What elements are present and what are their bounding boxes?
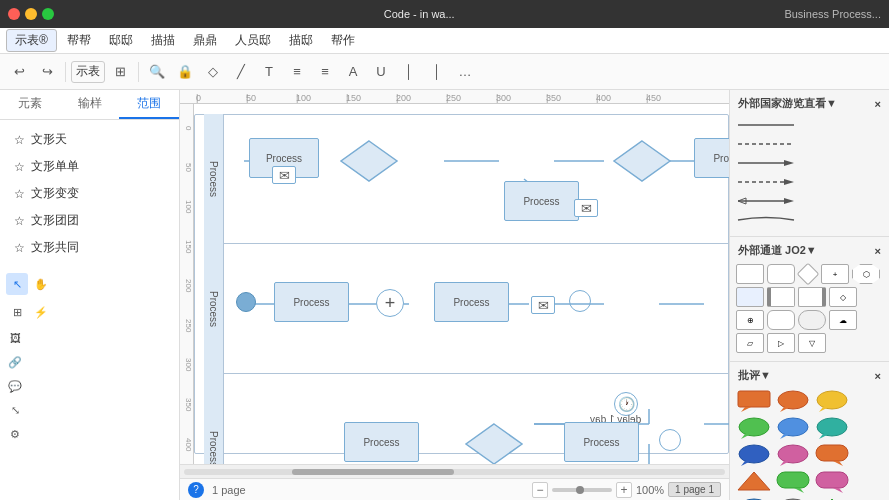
shape-lane1-envelope2[interactable]: ✉ — [574, 199, 598, 217]
callout-1[interactable] — [736, 389, 772, 413]
tool-image[interactable]: 🖼 — [4, 327, 26, 349]
rp-line-6[interactable] — [736, 212, 796, 228]
zoom-out-button[interactable]: − — [532, 482, 548, 498]
shape-lane3-end-circle[interactable] — [659, 429, 681, 451]
shape-lane1-process3[interactable]: Process — [694, 138, 729, 178]
menu-item-2[interactable]: 帮帮 — [59, 30, 99, 51]
rp-shape-14[interactable]: ▷ — [767, 333, 795, 353]
rp-shape-6[interactable] — [767, 287, 795, 307]
tool-conn[interactable]: ⚡ — [30, 301, 52, 323]
rp-section-header-shapes[interactable]: 外部通道 JO2▼ × — [734, 241, 885, 260]
zoom-in-button[interactable]: + — [616, 482, 632, 498]
text-button[interactable]: T — [256, 59, 282, 85]
callout-7[interactable] — [736, 443, 772, 467]
tool-expand[interactable]: ⤡ — [4, 399, 26, 421]
shape-lane1-envelope1[interactable]: ✉ — [272, 166, 296, 184]
callout-9[interactable] — [814, 443, 850, 467]
page-indicator[interactable]: 1 page 1 — [668, 482, 721, 497]
sidebar-item-5[interactable]: ☆ 文形共同 — [0, 234, 179, 261]
rp-shape-rect-r[interactable] — [767, 264, 795, 284]
shape-lane3-process2[interactable]: Process — [564, 422, 639, 462]
rp-line-3[interactable] — [736, 155, 796, 171]
callout-6[interactable] — [814, 416, 850, 440]
shape-lane1-diamond2[interactable] — [612, 139, 672, 183]
menu-item-5[interactable]: 鼎鼎 — [185, 30, 225, 51]
align-left[interactable]: ≡ — [284, 59, 310, 85]
rp-shape-10[interactable] — [767, 310, 795, 330]
callout-8[interactable] — [775, 443, 811, 467]
rp-shape-11[interactable] — [798, 310, 826, 330]
menu-item-3[interactable]: 邸邸 — [101, 30, 141, 51]
sidebar-item-1[interactable]: ☆ 文形天 — [0, 126, 179, 153]
rp-shape-diamond[interactable] — [797, 263, 820, 286]
shape-lane2-process1[interactable]: Process — [274, 282, 349, 322]
rp-shape-7[interactable] — [798, 287, 826, 307]
maximize-button[interactable] — [42, 8, 54, 20]
font-button[interactable]: U — [368, 59, 394, 85]
menu-item-6[interactable]: 人员邸 — [227, 30, 279, 51]
underline-button[interactable]: │ — [424, 59, 450, 85]
lock-button[interactable]: 🔒 — [172, 59, 198, 85]
rp-section-header-callouts[interactable]: 批评▼ × — [734, 366, 885, 385]
align-right[interactable]: A — [340, 59, 366, 85]
sidebar-item-4[interactable]: ☆ 文形团团 — [0, 207, 179, 234]
callout-11[interactable] — [775, 470, 811, 494]
rp-shape-5[interactable] — [736, 287, 764, 307]
tool-pointer[interactable]: ↖ — [6, 273, 28, 295]
search-button[interactable]: 🔍 — [144, 59, 170, 85]
redo-button[interactable]: ↪ — [34, 59, 60, 85]
close-icon-3[interactable]: × — [875, 370, 881, 382]
tool-comment[interactable]: 💬 — [4, 375, 26, 397]
zoom-view-label[interactable]: 示表 — [71, 61, 105, 83]
menu-item-8[interactable]: 帮作 — [323, 30, 363, 51]
more-button[interactable]: … — [452, 59, 478, 85]
rp-shape-13[interactable]: ▱ — [736, 333, 764, 353]
sidebar-item-2[interactable]: ☆ 文形单单 — [0, 153, 179, 180]
menu-item-4[interactable]: 描描 — [143, 30, 183, 51]
rp-shape-12[interactable]: ☁ — [829, 310, 857, 330]
callout-2[interactable] — [775, 389, 811, 413]
grid-view-button[interactable]: ⊞ — [107, 59, 133, 85]
bold-button[interactable]: │ — [396, 59, 422, 85]
tool-pan[interactable]: ✋ — [30, 273, 52, 295]
shape-button[interactable]: ◇ — [200, 59, 226, 85]
tool-shapes[interactable]: ⊞ — [6, 301, 28, 323]
scroll-thumb[interactable] — [292, 469, 454, 475]
tip-icon[interactable]: ? — [188, 482, 204, 498]
menu-item-7[interactable]: 描邸 — [281, 30, 321, 51]
shape-lane2-start[interactable] — [236, 292, 256, 312]
callout-4[interactable] — [736, 416, 772, 440]
callout-12[interactable] — [814, 470, 850, 494]
zoom-slider[interactable] — [552, 488, 612, 492]
shape-lane2-plus[interactable]: + — [376, 289, 404, 317]
align-center[interactable]: ≡ — [312, 59, 338, 85]
line-button[interactable]: ╱ — [228, 59, 254, 85]
menu-item-view[interactable]: 示表® — [6, 29, 57, 52]
close-button[interactable] — [8, 8, 20, 20]
rp-shape-rect[interactable] — [736, 264, 764, 284]
shape-lane2-envelope[interactable]: ✉ — [531, 296, 555, 314]
rp-shape-9[interactable]: ⊕ — [736, 310, 764, 330]
undo-button[interactable]: ↩ — [6, 59, 32, 85]
minimize-button[interactable] — [25, 8, 37, 20]
tool-settings[interactable]: ⚙ — [4, 423, 26, 445]
rp-shape-oct[interactable]: ⬡ — [852, 264, 880, 284]
rp-line-1[interactable] — [736, 117, 796, 133]
rp-section-header-lines[interactable]: 外部国家游览直看▼ × — [734, 94, 885, 113]
close-icon-2[interactable]: × — [875, 245, 881, 257]
tab-format[interactable]: 输样 — [60, 90, 120, 119]
callout-10[interactable] — [736, 470, 772, 494]
rp-line-4[interactable] — [736, 174, 796, 190]
tab-scope[interactable]: 范围 — [119, 90, 179, 119]
rp-shape-15[interactable]: ▽ — [798, 333, 826, 353]
diagram-canvas[interactable]: Process Process Process — [194, 104, 729, 464]
callout-5[interactable] — [775, 416, 811, 440]
rp-line-2[interactable] — [736, 136, 796, 152]
shape-lane1-diamond1[interactable] — [339, 139, 399, 183]
shape-lane1-process2[interactable]: Process — [504, 181, 579, 221]
scroll-track[interactable] — [184, 469, 725, 475]
rp-line-5[interactable] — [736, 193, 796, 209]
tab-elements[interactable]: 元素 — [0, 90, 60, 119]
win-controls[interactable] — [8, 8, 54, 20]
shape-lane3-diamond[interactable] — [464, 422, 524, 464]
